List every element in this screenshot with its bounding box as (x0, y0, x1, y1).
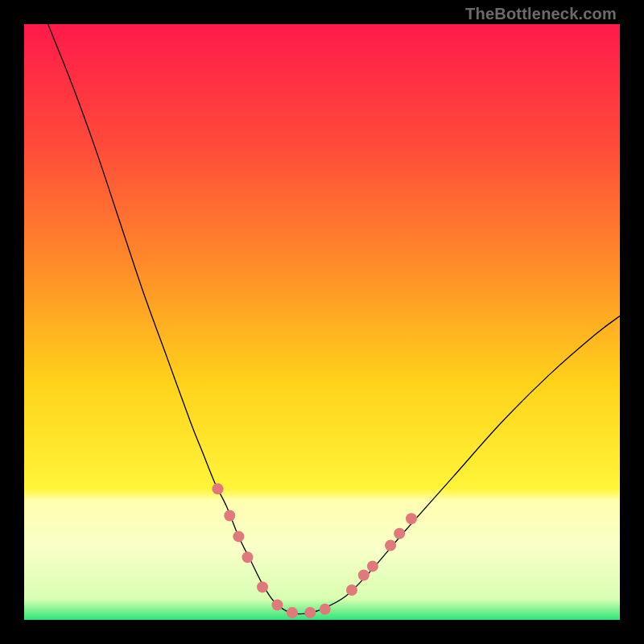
watermark-text: TheBottleneck.com (465, 5, 617, 23)
highlight-dot (320, 604, 331, 615)
highlight-dot (406, 513, 417, 524)
highlight-dot (224, 510, 235, 522)
highlight-dot (346, 584, 357, 596)
highlight-dot (394, 528, 405, 539)
highlight-dot (242, 551, 254, 563)
highlight-dot (233, 530, 244, 542)
highlight-dot (287, 607, 298, 618)
highlight-dot (358, 570, 369, 581)
chart-svg (24, 24, 620, 620)
chart-outer-frame: TheBottleneck.com (0, 0, 644, 644)
highlight-dot (304, 607, 316, 618)
highlight-dot (385, 540, 396, 551)
highlight-dot (367, 560, 378, 572)
chart-plot-area (24, 24, 620, 620)
highlight-dot (213, 483, 224, 494)
chart-background (24, 24, 620, 620)
highlight-dot (257, 581, 268, 592)
highlight-dot (272, 600, 283, 611)
